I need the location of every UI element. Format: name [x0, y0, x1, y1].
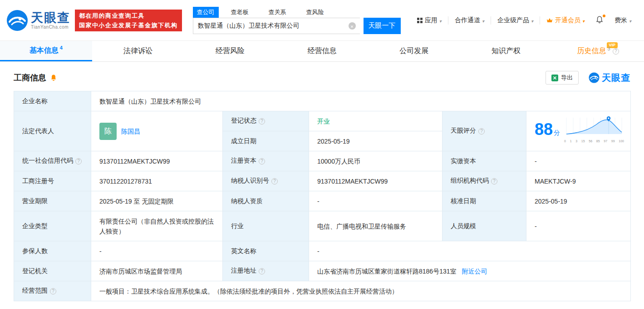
reg-status-label: 登记状态	[223, 111, 309, 131]
table-row: 企业名称 数智星通（山东）卫星技术有限公司	[14, 91, 631, 111]
score-big: 88	[535, 120, 553, 139]
score-axis-ticks: 0131556859799100	[564, 136, 624, 146]
promo-banner: 都在用的商业查询工具 国家中小企业发展子基金旗下机构	[75, 10, 182, 31]
search-tab-relation[interactable]: 查关系	[265, 7, 290, 18]
table-row: 企业类型 有限责任公司（非自然人投资或控股的法人独资） 行业 电信、广播电视和卫…	[14, 211, 631, 241]
reg-address-value: 山东省济南市历城区董家街道稼轩路8186号131室 附近公司	[309, 261, 631, 281]
section-title: 工商信息	[14, 72, 46, 83]
tianyancha-logo[interactable]: 天眼查 TianYanCha.com	[6, 10, 70, 31]
export-label: 导出	[561, 74, 573, 82]
help-icon[interactable]	[478, 128, 485, 135]
business-scope-label: 经营范围	[14, 281, 91, 301]
reg-authority-value: 济南市历城区市场监督管理局	[91, 261, 223, 281]
table-row: 经营范围 一般项目：卫星技术综合应用系统集成。（除依法须经批准的项目外，凭营业执…	[14, 281, 631, 301]
tab-legal[interactable]: 法律诉讼	[92, 41, 184, 61]
help-icon[interactable]	[259, 268, 265, 274]
nearby-companies-link[interactable]: 附近公司	[462, 268, 487, 275]
reg-authority-label: 登记机关	[14, 261, 91, 281]
chevron-down-icon	[580, 17, 585, 24]
notification-dot	[603, 15, 605, 17]
banner-line1: 都在用的商业查询工具	[79, 11, 178, 20]
tab-company-development[interactable]: 公司发展	[368, 41, 460, 61]
nav-enterprise-label: 企业级产品	[497, 16, 529, 25]
clear-icon[interactable]	[349, 22, 356, 30]
nav-apps-label: 应用	[425, 16, 438, 25]
establish-date-label: 成立日期	[223, 131, 309, 151]
industry-label: 行业	[223, 211, 309, 241]
notification-bell[interactable]	[591, 15, 608, 25]
credit-code-value: 91370112MAEKTJCW99	[91, 151, 223, 171]
search-button[interactable]: 天眼一下	[364, 18, 401, 34]
org-code-value: MAEKTJCW-9	[526, 171, 631, 191]
apps-grid-icon	[417, 18, 423, 23]
page-tabs: 基本信息4 法律诉讼 经营风险 经营信息 公司发展 知识产权 VIP 历史信息3	[0, 41, 644, 62]
score-number: 88分	[535, 125, 560, 138]
table-row: 登记机关 济南市历城区市场监督管理局 注册地址 山东省济南市历城区董家街道稼轩路…	[14, 261, 631, 281]
establish-date-value: 2025-05-19	[309, 131, 442, 151]
help-icon[interactable]	[50, 288, 56, 294]
legal-rep-link[interactable]: 陈国昌	[121, 126, 140, 136]
help-icon[interactable]	[491, 178, 497, 184]
nav-apps[interactable]: 应用	[411, 16, 448, 25]
help-icon[interactable]	[259, 118, 265, 125]
brand-name: 天眼查	[602, 72, 630, 84]
tab-history-info-count: 3	[608, 46, 610, 51]
staff-size-value: -	[526, 211, 631, 241]
help-icon[interactable]	[259, 158, 265, 164]
insured-count-value: -	[91, 241, 223, 261]
score-label: 天眼评分	[442, 111, 526, 151]
business-scope-value: 一般项目：卫星技术综合应用系统集成。（除依法须经批准的项目外，凭营业执照依法自主…	[91, 281, 631, 301]
english-name-value: -	[309, 241, 631, 261]
table-row: 营业期限 2025-05-19 至 无固定期限 纳税人资质 - 核准日期 202…	[14, 191, 631, 211]
section-header: 工商信息 导出 天眼查	[14, 71, 630, 85]
tab-basic-info[interactable]: 基本信息4	[0, 41, 92, 61]
company-name-label: 企业名称	[14, 91, 91, 111]
search-tab-risk[interactable]: 查风险	[302, 7, 328, 18]
legal-rep-label: 法定代表人	[14, 111, 91, 151]
monitor-bell-icon[interactable]	[50, 74, 57, 81]
tab-intellectual-property[interactable]: 知识产权	[460, 41, 552, 61]
nav-vip[interactable]: 开通会员	[540, 16, 591, 25]
brand-icon	[589, 72, 600, 83]
company-type-label: 企业类型	[14, 211, 91, 241]
business-term-value: 2025-05-19 至 无固定期限	[91, 191, 223, 211]
tab-basic-info-count: 4	[60, 45, 63, 50]
tab-history-info-label: 历史信息	[577, 46, 606, 56]
taxpayer-quality-value: -	[309, 191, 442, 211]
tianyancha-logo-icon	[6, 10, 28, 31]
search-input-wrap	[193, 18, 360, 34]
excel-icon	[551, 75, 558, 81]
industry-value: 电信、广播电视和卫星传输服务	[309, 211, 442, 241]
legal-rep-avatar[interactable]: 陈	[99, 123, 117, 140]
logo-domain: TianYanCha.com	[31, 25, 70, 30]
tab-basic-info-label: 基本信息	[29, 46, 59, 55]
help-icon[interactable]	[271, 178, 278, 184]
tab-operating-risk[interactable]: 经营风险	[184, 41, 276, 61]
business-info-table: 企业名称 数智星通（山东）卫星技术有限公司 法定代表人 陈 陈国昌 登记状态 开…	[14, 91, 630, 301]
tab-business-info[interactable]: 经营信息	[276, 41, 368, 61]
score-value: 88分	[526, 111, 631, 151]
company-type-value: 有限责任公司（非自然人投资或控股的法人独资）	[91, 211, 223, 241]
chevron-down-icon	[627, 17, 631, 24]
english-name-label: 英文名称	[223, 241, 309, 261]
help-icon[interactable]	[613, 48, 619, 55]
reg-status-label-text: 登记状态	[231, 117, 256, 125]
export-button[interactable]: 导出	[546, 71, 579, 85]
chevron-down-icon	[480, 17, 484, 24]
taxpayer-quality-label: 纳税人资质	[223, 191, 309, 211]
nav-partner[interactable]: 合作通道	[448, 16, 491, 25]
search-input[interactable]	[193, 18, 360, 34]
table-row: 统一社会信用代码 91370112MAEKTJCW99 注册资本 10000万人…	[14, 151, 631, 171]
nav-enterprise[interactable]: 企业级产品	[491, 16, 540, 25]
search-tab-company[interactable]: 查公司	[193, 7, 219, 18]
search-tab-boss[interactable]: 查老板	[227, 7, 253, 18]
tab-history-info[interactable]: VIP 历史信息3	[552, 41, 644, 61]
brand-watermark: 天眼查	[589, 72, 630, 84]
tab-legal-label: 法律诉讼	[123, 46, 152, 56]
table-row: 法定代表人 陈 陈国昌 登记状态 开业 天眼评分 88分	[14, 111, 631, 131]
nav-user-label: 费米	[615, 16, 627, 25]
help-icon[interactable]	[75, 158, 82, 164]
taxpayer-id-value: 91370112MAEKTJCW99	[309, 171, 442, 191]
nav-user[interactable]: 费米	[608, 16, 638, 25]
taxpayer-id-label: 纳税人识别号	[223, 171, 309, 191]
